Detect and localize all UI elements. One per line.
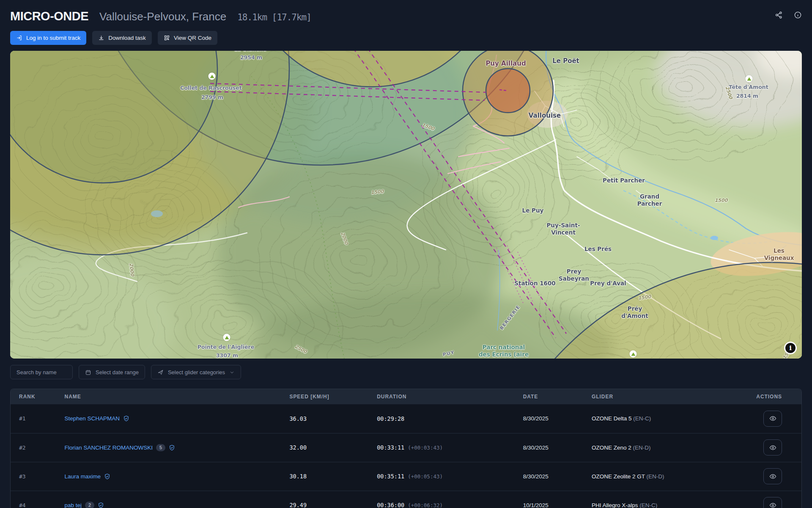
verified-icon [169, 444, 175, 451]
col-glider: GLIDER [588, 389, 753, 404]
share-icon[interactable] [775, 11, 783, 19]
results-table: RANK NAME SPEED [KM/H] DURATION DATE GLI… [10, 389, 802, 508]
date-cell: 8/30/2025 [520, 433, 588, 462]
speed-cell: 29.49 [286, 491, 373, 508]
date-cell: 10/1/2025 [520, 491, 588, 508]
download-icon [98, 35, 104, 41]
result-row: #4pab tej2 29.4900:36:00(+00:06:32)10/1/… [11, 491, 801, 508]
result-row: #1Stephen SCHAPMAN 36.0300:29:288/30/202… [11, 404, 801, 433]
glider-category: (EN-D) [633, 444, 651, 451]
view-track-button[interactable] [763, 411, 782, 427]
actions-cell [753, 433, 801, 462]
rank-cell: #1 [11, 404, 61, 433]
col-speed: SPEED [KM/H] [286, 389, 373, 404]
map-canvas [10, 51, 802, 359]
date-cell: 8/30/2025 [520, 404, 588, 433]
time-gap: (+00:03:43) [408, 444, 443, 451]
glider-cell: OZONE Zeno 2 (EN-D) [588, 433, 753, 462]
toolbar: Log in to submit track Download task Vie… [0, 23, 812, 45]
qr-code-icon [164, 35, 170, 41]
name-cell: Florian SANCHEZ ROMANOWSKI5 [61, 433, 286, 462]
result-row: #3Laura maxime 30.1800:35:11(+00:05:43)8… [11, 462, 801, 491]
view-qr-button[interactable]: View QR Code [158, 31, 217, 45]
rank-cell: #2 [11, 433, 61, 462]
view-track-button[interactable] [763, 439, 782, 456]
duration-cell: 00:35:11(+00:05:43) [373, 462, 520, 491]
login-icon [16, 35, 22, 41]
duration-cell: 00:29:28 [373, 404, 520, 433]
search-input[interactable] [10, 365, 73, 379]
pilot-link[interactable]: Laura maxime [65, 473, 101, 480]
pilot-link[interactable]: Stephen SCHAPMAN [65, 415, 120, 422]
pilot-link[interactable]: Florian SANCHEZ ROMANOWSKI [65, 444, 153, 451]
result-row: #2Florian SANCHEZ ROMANOWSKI5 32.0000:33… [11, 433, 801, 462]
duration-cell: 00:33:11(+00:03:43) [373, 433, 520, 462]
track-count-badge: 2 [85, 502, 94, 508]
task-distance: 18.1km [17.7km] [237, 12, 311, 22]
date-cell: 8/30/2025 [520, 462, 588, 491]
task-map[interactable]: La Blanche2954 mCollet de Rascrouset2799… [10, 51, 802, 359]
actions-cell [753, 404, 801, 433]
glider-category: (EN-C) [639, 502, 657, 508]
glider-icon [157, 369, 164, 375]
glider-cell: PHI Allegro X-alps (EN-C) [588, 491, 753, 508]
cylinder-puy-aillaud-inner [486, 69, 530, 113]
filter-bar: Select date range Select glider categori… [0, 359, 812, 379]
chevron-down-icon [229, 370, 235, 375]
pond [710, 236, 718, 240]
download-task-button[interactable]: Download task [92, 31, 152, 45]
glider-category: (EN-C) [633, 415, 651, 422]
results-header: RANK NAME SPEED [KM/H] DURATION DATE GLI… [11, 389, 801, 404]
col-date: DATE [520, 389, 588, 404]
rank-cell: #3 [11, 462, 61, 491]
info-icon[interactable] [794, 11, 802, 19]
col-actions: ACTIONS [753, 389, 801, 404]
speed-cell: 32.00 [286, 433, 373, 462]
time-gap: (+00:06:32) [408, 502, 443, 508]
calendar-icon [85, 369, 91, 375]
track-count-badge: 5 [156, 444, 165, 451]
name-cell: pab tej2 [61, 491, 286, 508]
glider-cell: OZONE Delta 5 (EN-C) [588, 404, 753, 433]
duration-cell: 00:36:00(+00:06:32) [373, 491, 520, 508]
rank-cell: #4 [11, 491, 61, 508]
verified-icon [123, 415, 129, 422]
glider-cell: OZONE Zeolite 2 GT (EN-D) [588, 462, 753, 491]
name-cell: Stephen SCHAPMAN [61, 404, 286, 433]
verified-icon [104, 473, 110, 480]
time-gap: (+00:05:43) [408, 473, 443, 480]
view-track-button[interactable] [763, 497, 782, 508]
login-submit-track-button[interactable]: Log in to submit track [10, 31, 86, 45]
task-location: Vallouise-Pelvoux, France [99, 10, 226, 23]
glider-categories-select[interactable]: Select glider categories [151, 365, 241, 379]
header: MICRO-ONDE Vallouise-Pelvoux, France 18.… [0, 0, 812, 23]
speed-cell: 30.18 [286, 462, 373, 491]
results-body: #1Stephen SCHAPMAN 36.0300:29:288/30/202… [11, 404, 801, 508]
verified-icon [98, 502, 104, 508]
col-duration: DURATION [373, 389, 520, 404]
name-cell: Laura maxime [61, 462, 286, 491]
actions-cell [753, 491, 801, 508]
speed-cell: 36.03 [286, 404, 373, 433]
attribution-info-icon: i [785, 343, 796, 353]
view-track-button[interactable] [763, 468, 782, 484]
map-attribution-button[interactable]: i [784, 342, 797, 354]
col-rank: RANK [11, 389, 61, 404]
col-name: NAME [61, 389, 286, 404]
task-title: MICRO-ONDE [10, 9, 88, 23]
actions-cell [753, 462, 801, 491]
glider-category: (EN-D) [647, 473, 664, 480]
pilot-link[interactable]: pab tej [65, 502, 82, 508]
date-range-button[interactable]: Select date range [79, 365, 145, 379]
